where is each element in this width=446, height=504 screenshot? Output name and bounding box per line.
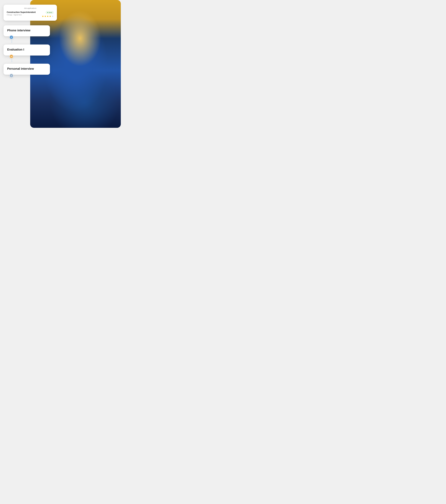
personal-interview-card: Personal interview [3, 64, 50, 75]
star-5: ★ [52, 15, 54, 18]
hired-badge: Hired [46, 11, 54, 14]
star-3: ★ [47, 15, 49, 18]
personal-interview-title: Personal interview [7, 67, 46, 71]
evaluation-title: Evaluation I [7, 48, 46, 51]
job-card-title: Job applications [7, 7, 54, 9]
evaluation-wrapper: Evaluation I 10 [3, 44, 59, 57]
job-info: Construction Superintendent Chicago · Si… [7, 11, 36, 16]
personal-interview-wrapper: Personal interview 2 [3, 64, 59, 76]
job-meta: Chicago · Signed Now [7, 14, 36, 16]
star-2: ★ [44, 15, 46, 18]
job-card-row: Construction Superintendent Chicago · Si… [7, 11, 54, 18]
star-1: ★ [42, 15, 44, 18]
main-container: Job applications Construction Superinten… [0, 0, 121, 128]
star-4: ★ [49, 15, 51, 18]
hired-label: Hired [49, 12, 52, 13]
cards-area: Job applications Construction Superinten… [3, 5, 59, 76]
job-title: Construction Superintendent [7, 11, 36, 14]
phone-interview-title: Phone interview [7, 29, 46, 32]
personal-interview-badge: 2 [9, 73, 14, 78]
phone-interview-card: Phone interview [3, 25, 50, 36]
phone-interview-badge: 2 [9, 35, 14, 39]
job-right: Hired ★ ★ ★ ★ ★ [42, 11, 54, 18]
stars-rating: ★ ★ ★ ★ ★ [42, 15, 54, 18]
phone-interview-wrapper: Phone interview 2 [3, 25, 59, 38]
evaluation-badge: 10 [9, 54, 14, 58]
hired-dot [47, 12, 48, 13]
evaluation-card: Evaluation I [3, 44, 50, 55]
job-applications-card: Job applications Construction Superinten… [3, 5, 57, 21]
connector-2 [12, 58, 12, 62]
connector-1 [12, 39, 12, 43]
